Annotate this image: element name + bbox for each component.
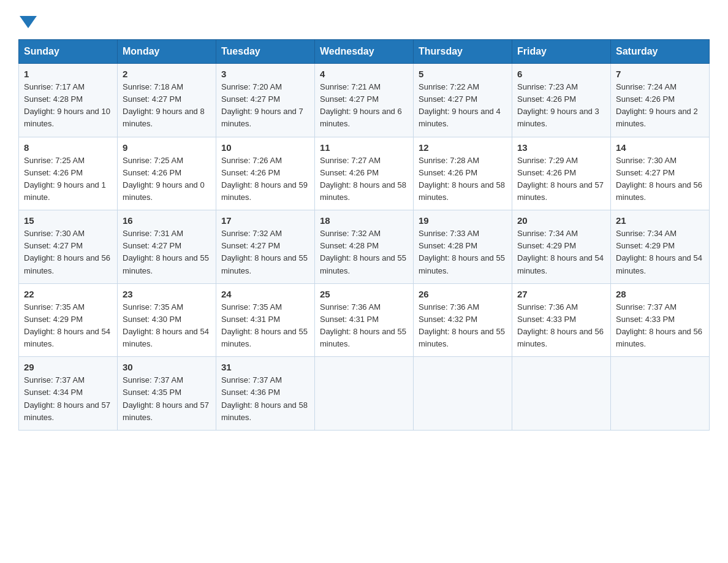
day-info: Sunrise: 7:36 AMSunset: 4:32 PMDaylight:… — [419, 301, 507, 351]
day-number: 28 — [616, 289, 704, 299]
day-info: Sunrise: 7:35 AMSunset: 4:30 PMDaylight:… — [123, 301, 211, 351]
day-number: 31 — [221, 362, 309, 372]
day-info: Sunrise: 7:36 AMSunset: 4:31 PMDaylight:… — [320, 301, 408, 351]
calendar-week-row: 29Sunrise: 7:37 AMSunset: 4:34 PMDayligh… — [19, 357, 710, 431]
calendar-table: SundayMondayTuesdayWednesdayThursdayFrid… — [18, 39, 710, 431]
day-number: 3 — [221, 69, 309, 79]
day-info: Sunrise: 7:22 AMSunset: 4:27 PMDaylight:… — [419, 81, 507, 131]
day-info: Sunrise: 7:32 AMSunset: 4:27 PMDaylight:… — [221, 228, 309, 277]
calendar-cell — [315, 357, 414, 431]
day-number: 24 — [221, 289, 309, 299]
day-number: 27 — [517, 289, 605, 299]
calendar-cell: 29Sunrise: 7:37 AMSunset: 4:34 PMDayligh… — [19, 357, 118, 431]
calendar-cell: 23Sunrise: 7:35 AMSunset: 4:30 PMDayligh… — [118, 283, 216, 357]
header-friday: Friday — [512, 40, 611, 64]
calendar-week-row: 8Sunrise: 7:25 AMSunset: 4:26 PMDaylight… — [19, 137, 710, 210]
day-number: 18 — [320, 215, 408, 226]
day-info: Sunrise: 7:17 AMSunset: 4:28 PMDaylight:… — [24, 81, 112, 131]
day-number: 12 — [419, 142, 507, 153]
header-monday: Monday — [118, 40, 216, 64]
calendar-cell: 16Sunrise: 7:31 AMSunset: 4:27 PMDayligh… — [118, 210, 216, 284]
day-number: 7 — [616, 69, 704, 79]
calendar-cell: 4Sunrise: 7:21 AMSunset: 4:27 PMDaylight… — [315, 64, 414, 137]
day-info: Sunrise: 7:31 AMSunset: 4:27 PMDaylight:… — [123, 228, 211, 277]
day-number: 21 — [616, 215, 704, 226]
logo — [18, 12, 37, 28]
calendar-cell: 18Sunrise: 7:32 AMSunset: 4:28 PMDayligh… — [315, 210, 414, 284]
page-header — [18, 12, 710, 28]
calendar-cell: 6Sunrise: 7:23 AMSunset: 4:26 PMDaylight… — [512, 64, 611, 137]
header-thursday: Thursday — [414, 40, 512, 64]
day-number: 10 — [221, 142, 309, 153]
day-number: 19 — [419, 215, 507, 226]
calendar-cell: 13Sunrise: 7:29 AMSunset: 4:26 PMDayligh… — [512, 137, 611, 210]
calendar-cell: 28Sunrise: 7:37 AMSunset: 4:33 PMDayligh… — [611, 283, 710, 357]
calendar-cell: 9Sunrise: 7:25 AMSunset: 4:26 PMDaylight… — [118, 137, 216, 210]
calendar-cell: 30Sunrise: 7:37 AMSunset: 4:35 PMDayligh… — [118, 357, 216, 431]
day-number: 29 — [24, 362, 112, 372]
day-info: Sunrise: 7:36 AMSunset: 4:33 PMDaylight:… — [517, 301, 605, 351]
day-number: 17 — [221, 215, 309, 226]
calendar-cell: 1Sunrise: 7:17 AMSunset: 4:28 PMDaylight… — [19, 64, 118, 137]
day-info: Sunrise: 7:32 AMSunset: 4:28 PMDaylight:… — [320, 228, 408, 277]
calendar-week-row: 15Sunrise: 7:30 AMSunset: 4:27 PMDayligh… — [19, 210, 710, 284]
day-number: 1 — [24, 69, 112, 79]
day-number: 13 — [517, 142, 605, 153]
day-info: Sunrise: 7:37 AMSunset: 4:34 PMDaylight:… — [24, 374, 112, 424]
day-number: 26 — [419, 289, 507, 299]
day-info: Sunrise: 7:25 AMSunset: 4:26 PMDaylight:… — [123, 155, 211, 204]
day-number: 15 — [24, 215, 112, 226]
day-info: Sunrise: 7:30 AMSunset: 4:27 PMDaylight:… — [24, 228, 112, 277]
calendar-cell: 22Sunrise: 7:35 AMSunset: 4:29 PMDayligh… — [19, 283, 118, 357]
day-info: Sunrise: 7:23 AMSunset: 4:26 PMDaylight:… — [517, 81, 605, 131]
day-info: Sunrise: 7:28 AMSunset: 4:26 PMDaylight:… — [419, 155, 507, 204]
day-info: Sunrise: 7:35 AMSunset: 4:29 PMDaylight:… — [24, 301, 112, 351]
day-number: 5 — [419, 69, 507, 79]
calendar-cell: 31Sunrise: 7:37 AMSunset: 4:36 PMDayligh… — [216, 357, 315, 431]
calendar-cell: 10Sunrise: 7:26 AMSunset: 4:26 PMDayligh… — [216, 137, 315, 210]
header-saturday: Saturday — [611, 40, 710, 64]
calendar-cell: 2Sunrise: 7:18 AMSunset: 4:27 PMDaylight… — [118, 64, 216, 137]
day-info: Sunrise: 7:27 AMSunset: 4:26 PMDaylight:… — [320, 155, 408, 204]
day-number: 25 — [320, 289, 408, 299]
day-info: Sunrise: 7:18 AMSunset: 4:27 PMDaylight:… — [123, 81, 211, 131]
day-info: Sunrise: 7:30 AMSunset: 4:27 PMDaylight:… — [616, 155, 704, 204]
day-number: 2 — [123, 69, 211, 79]
calendar-week-row: 1Sunrise: 7:17 AMSunset: 4:28 PMDaylight… — [19, 64, 710, 137]
calendar-cell — [512, 357, 611, 431]
day-number: 11 — [320, 142, 408, 153]
calendar-cell: 19Sunrise: 7:33 AMSunset: 4:28 PMDayligh… — [414, 210, 512, 284]
day-info: Sunrise: 7:20 AMSunset: 4:27 PMDaylight:… — [221, 81, 309, 131]
day-info: Sunrise: 7:37 AMSunset: 4:35 PMDaylight:… — [123, 374, 211, 424]
day-info: Sunrise: 7:24 AMSunset: 4:26 PMDaylight:… — [616, 81, 704, 131]
day-number: 23 — [123, 289, 211, 299]
calendar-cell — [611, 357, 710, 431]
header-sunday: Sunday — [19, 40, 118, 64]
day-number: 14 — [616, 142, 704, 153]
header-tuesday: Tuesday — [216, 40, 315, 64]
day-number: 8 — [24, 142, 112, 153]
header-wednesday: Wednesday — [315, 40, 414, 64]
calendar-cell: 24Sunrise: 7:35 AMSunset: 4:31 PMDayligh… — [216, 283, 315, 357]
day-info: Sunrise: 7:34 AMSunset: 4:29 PMDaylight:… — [517, 228, 605, 277]
day-info: Sunrise: 7:26 AMSunset: 4:26 PMDaylight:… — [221, 155, 309, 204]
day-number: 6 — [517, 69, 605, 79]
calendar-cell: 15Sunrise: 7:30 AMSunset: 4:27 PMDayligh… — [19, 210, 118, 284]
calendar-cell: 5Sunrise: 7:22 AMSunset: 4:27 PMDaylight… — [414, 64, 512, 137]
calendar-cell: 7Sunrise: 7:24 AMSunset: 4:26 PMDaylight… — [611, 64, 710, 137]
calendar-cell: 3Sunrise: 7:20 AMSunset: 4:27 PMDaylight… — [216, 64, 315, 137]
calendar-week-row: 22Sunrise: 7:35 AMSunset: 4:29 PMDayligh… — [19, 283, 710, 357]
day-number: 30 — [123, 362, 211, 372]
calendar-cell: 8Sunrise: 7:25 AMSunset: 4:26 PMDaylight… — [19, 137, 118, 210]
day-info: Sunrise: 7:34 AMSunset: 4:29 PMDaylight:… — [616, 228, 704, 277]
calendar-cell: 20Sunrise: 7:34 AMSunset: 4:29 PMDayligh… — [512, 210, 611, 284]
day-info: Sunrise: 7:25 AMSunset: 4:26 PMDaylight:… — [24, 155, 112, 204]
day-info: Sunrise: 7:33 AMSunset: 4:28 PMDaylight:… — [419, 228, 507, 277]
day-number: 22 — [24, 289, 112, 299]
day-info: Sunrise: 7:29 AMSunset: 4:26 PMDaylight:… — [517, 155, 605, 204]
day-info: Sunrise: 7:35 AMSunset: 4:31 PMDaylight:… — [221, 301, 309, 351]
calendar-header-row: SundayMondayTuesdayWednesdayThursdayFrid… — [19, 40, 710, 64]
calendar-cell: 27Sunrise: 7:36 AMSunset: 4:33 PMDayligh… — [512, 283, 611, 357]
calendar-cell: 11Sunrise: 7:27 AMSunset: 4:26 PMDayligh… — [315, 137, 414, 210]
day-number: 9 — [123, 142, 211, 153]
